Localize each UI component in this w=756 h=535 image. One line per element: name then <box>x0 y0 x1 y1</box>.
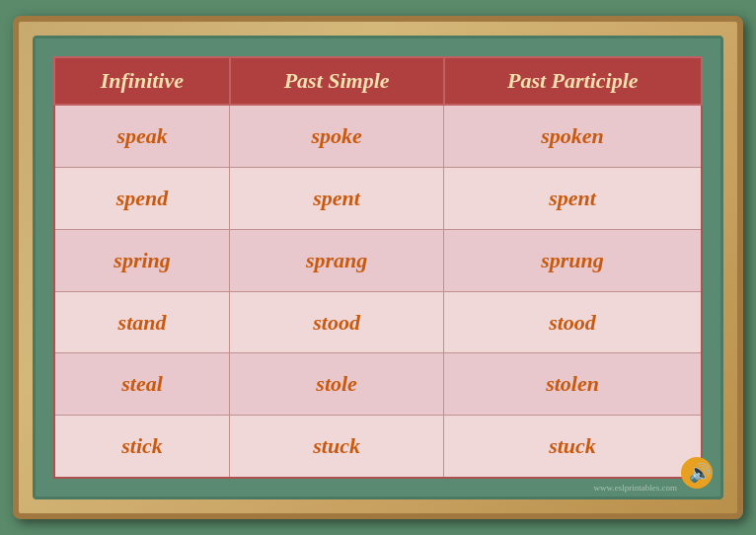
past-simple-cell: stuck <box>230 416 444 478</box>
past-simple-cell: spoke <box>230 105 444 167</box>
table-header-cell: Past Simple <box>230 57 444 105</box>
speaker-icon[interactable]: 🔊 <box>681 457 713 489</box>
infinitive-cell: stand <box>54 291 230 353</box>
table-header-cell: Past Participle <box>444 57 702 105</box>
past-participle-cell: stuck <box>444 416 702 478</box>
svg-text:🔊: 🔊 <box>689 462 712 484</box>
past-simple-cell: stood <box>230 291 444 353</box>
past-participle-cell: sprung <box>444 229 702 291</box>
past-simple-cell: stole <box>230 353 444 416</box>
past-simple-cell: spent <box>230 168 444 230</box>
table-row: stickstuckstuck <box>54 416 702 478</box>
past-participle-cell: stolen <box>444 353 702 416</box>
past-participle-cell: stood <box>444 291 702 353</box>
table-row: standstoodstood <box>54 291 702 353</box>
table-header-row: InfinitivePast SimplePast Participle <box>54 57 702 105</box>
past-simple-cell: sprang <box>230 229 444 291</box>
infinitive-cell: spring <box>54 229 230 291</box>
verb-table: InfinitivePast SimplePast Participle spe… <box>53 56 703 479</box>
past-participle-cell: spoken <box>444 105 702 167</box>
watermark: www.eslprintables.com <box>594 483 677 493</box>
infinitive-cell: steal <box>54 353 230 416</box>
infinitive-cell: spend <box>54 168 230 230</box>
table-wrapper: InfinitivePast SimplePast Participle spe… <box>53 56 703 479</box>
board-outer: InfinitivePast SimplePast Participle spe… <box>13 16 743 519</box>
table-row: spendspentspent <box>54 168 702 230</box>
table-row: speakspokespoken <box>54 105 702 167</box>
table-row: springsprangsprung <box>54 229 702 291</box>
infinitive-cell: speak <box>54 105 230 167</box>
table-row: stealstolestolen <box>54 353 702 416</box>
infinitive-cell: stick <box>54 416 230 478</box>
table-header-cell: Infinitive <box>54 57 230 105</box>
past-participle-cell: spent <box>444 168 702 230</box>
board-inner: InfinitivePast SimplePast Participle spe… <box>33 36 723 499</box>
